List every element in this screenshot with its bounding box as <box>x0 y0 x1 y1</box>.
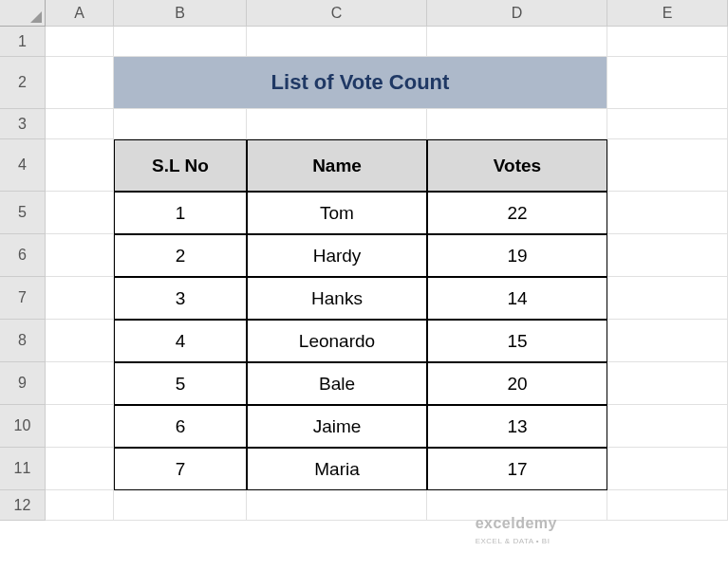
table-row[interactable]: 1 <box>114 192 247 234</box>
table-row[interactable]: Leonardo <box>247 320 427 362</box>
cell-A2[interactable] <box>46 57 114 109</box>
table-row[interactable]: 17 <box>427 448 607 490</box>
col-header-A[interactable]: A <box>46 0 114 27</box>
watermark-subtext: EXCEL & DATA • BI <box>476 537 551 545</box>
cell-A6[interactable] <box>46 234 114 277</box>
table-row[interactable]: Maria <box>247 448 427 490</box>
table-row[interactable]: Bale <box>247 362 427 405</box>
table-row[interactable]: 6 <box>114 405 247 448</box>
cell-A7[interactable] <box>46 277 114 320</box>
table-row[interactable]: Tom <box>247 192 427 234</box>
cell-A3[interactable] <box>46 109 114 139</box>
cell-E9[interactable] <box>607 362 728 405</box>
row-header-3[interactable]: 3 <box>0 109 46 139</box>
cell-A10[interactable] <box>46 405 114 448</box>
table-row[interactable]: Hanks <box>247 277 427 320</box>
select-all-corner[interactable] <box>0 0 46 27</box>
col-header-B[interactable]: B <box>114 0 247 27</box>
cell-E2[interactable] <box>607 57 728 109</box>
cell-C3[interactable] <box>247 109 427 139</box>
table-row[interactable]: 3 <box>114 277 247 320</box>
cell-C12[interactable] <box>247 490 427 521</box>
table-row[interactable]: 14 <box>427 277 607 320</box>
row-header-9[interactable]: 9 <box>0 362 46 405</box>
row-header-7[interactable]: 7 <box>0 277 46 320</box>
col-header-D[interactable]: D <box>427 0 607 27</box>
row-header-6[interactable]: 6 <box>0 234 46 277</box>
cell-A5[interactable] <box>46 192 114 234</box>
row-header-2[interactable]: 2 <box>0 57 46 109</box>
cell-E6[interactable] <box>607 234 728 277</box>
cell-A9[interactable] <box>46 362 114 405</box>
cell-E8[interactable] <box>607 320 728 362</box>
cell-E1[interactable] <box>607 27 728 57</box>
cell-B1[interactable] <box>114 27 247 57</box>
cell-A4[interactable] <box>46 139 114 192</box>
table-header-name[interactable]: Name <box>247 139 427 192</box>
table-row[interactable]: 20 <box>427 362 607 405</box>
table-row[interactable]: 2 <box>114 234 247 277</box>
table-row[interactable]: Hardy <box>247 234 427 277</box>
row-header-10[interactable]: 10 <box>0 405 46 448</box>
table-row[interactable]: Jaime <box>247 405 427 448</box>
row-header-12[interactable]: 12 <box>0 490 46 521</box>
cell-D3[interactable] <box>427 109 607 139</box>
cell-D1[interactable] <box>427 27 607 57</box>
cell-A8[interactable] <box>46 320 114 362</box>
table-row[interactable]: 5 <box>114 362 247 405</box>
watermark: exceldemy EXCEL & DATA • BI <box>476 515 557 546</box>
table-row[interactable]: 13 <box>427 405 607 448</box>
cell-A1[interactable] <box>46 27 114 57</box>
cell-E3[interactable] <box>607 109 728 139</box>
cell-E10[interactable] <box>607 405 728 448</box>
table-header-votes[interactable]: Votes <box>427 139 607 192</box>
cell-C1[interactable] <box>247 27 427 57</box>
row-header-1[interactable]: 1 <box>0 27 46 57</box>
spreadsheet-grid: A B C D E 1 2 List of Vote Count 3 4 S.L… <box>0 0 728 521</box>
cell-E12[interactable] <box>607 490 728 521</box>
row-header-11[interactable]: 11 <box>0 448 46 490</box>
row-header-5[interactable]: 5 <box>0 192 46 234</box>
cell-B12[interactable] <box>114 490 247 521</box>
cell-E7[interactable] <box>607 277 728 320</box>
table-row[interactable]: 19 <box>427 234 607 277</box>
col-header-E[interactable]: E <box>607 0 728 27</box>
row-header-4[interactable]: 4 <box>0 139 46 192</box>
col-header-C[interactable]: C <box>247 0 427 27</box>
cell-E11[interactable] <box>607 448 728 490</box>
table-title[interactable]: List of Vote Count <box>114 57 607 109</box>
watermark-text: exceldemy <box>476 515 557 531</box>
row-header-8[interactable]: 8 <box>0 320 46 362</box>
cell-E4[interactable] <box>607 139 728 192</box>
cell-B3[interactable] <box>114 109 247 139</box>
table-row[interactable]: 7 <box>114 448 247 490</box>
table-row[interactable]: 22 <box>427 192 607 234</box>
table-row[interactable]: 4 <box>114 320 247 362</box>
table-header-sl[interactable]: S.L No <box>114 139 247 192</box>
cell-E5[interactable] <box>607 192 728 234</box>
table-row[interactable]: 15 <box>427 320 607 362</box>
cell-A12[interactable] <box>46 490 114 521</box>
cell-A11[interactable] <box>46 448 114 490</box>
